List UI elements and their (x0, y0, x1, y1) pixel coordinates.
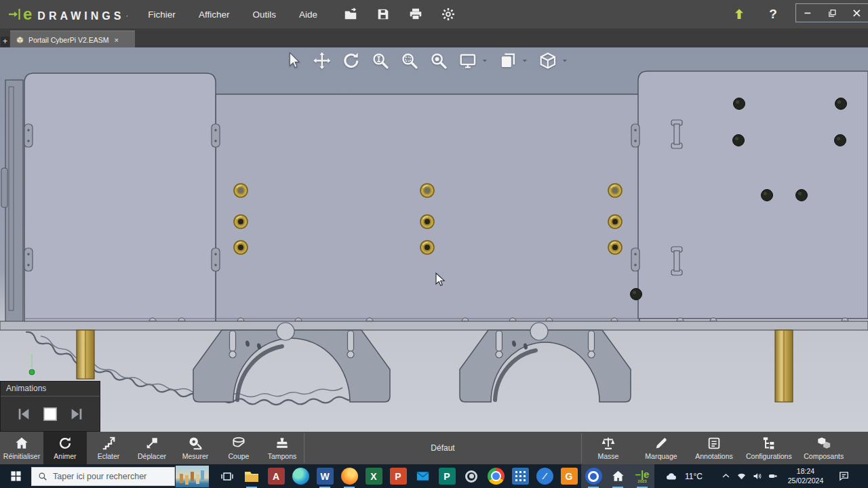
taskbar-app-publisher[interactable]: P (435, 464, 459, 488)
brass-ring-fastener (608, 241, 622, 254)
menu-item-aide[interactable]: Aide (298, 7, 319, 22)
titlebar-actions (342, 5, 457, 23)
usb-device-icon (768, 471, 778, 481)
zoom-area-icon (400, 52, 418, 70)
tool-reinitialiser[interactable]: Réinitialiser (0, 432, 43, 464)
open-file-button[interactable] (342, 5, 359, 23)
taskbar-search-input[interactable]: Taper ici pour rechercher (31, 467, 175, 486)
view-tool-zoom-area[interactable] (399, 50, 419, 70)
screenshot-tool-icon: ⁄ (536, 468, 553, 485)
taskbar-app-task-view[interactable] (215, 464, 239, 488)
start-button[interactable] (0, 464, 31, 488)
document-tab-bar: + Portail CyberPi V2.EASM × (0, 28, 868, 47)
taskbar-clock[interactable]: 18:2425/02/2024 (781, 467, 831, 485)
print-button[interactable] (407, 5, 425, 23)
tray-volume[interactable] (749, 464, 765, 488)
view-tool-pan[interactable] (311, 50, 332, 70)
windows-taskbar: Taper ici pour rechercherAWXPP⁄G–|e20231… (0, 464, 868, 488)
view-tool-stamps[interactable] (497, 50, 517, 70)
tool-coupe[interactable]: Coupe (217, 432, 260, 464)
view-tool-zoom-in-out[interactable] (370, 50, 390, 70)
zoom-in-out-icon (371, 52, 389, 70)
taskbar-app-edrawings-2023[interactable]: –|e2023 (630, 464, 654, 488)
stop-button[interactable] (41, 405, 59, 423)
previous-frame-button[interactable] (16, 407, 31, 422)
new-tab-button[interactable]: + (1, 37, 9, 47)
measure-icon (188, 436, 203, 451)
taskbar-app-access[interactable]: A (264, 464, 288, 488)
weather-widget[interactable]: 11°C (663, 470, 713, 483)
taskbar-app-mail[interactable] (410, 464, 435, 488)
view-tool-stamps-dropdown[interactable] (521, 50, 528, 70)
tray-hidden-icons-chevron[interactable] (718, 464, 734, 488)
tool-marquage[interactable]: Marquage (635, 432, 688, 464)
tool-annotations[interactable]: Annotations (688, 432, 741, 464)
caret-down-icon (561, 58, 568, 64)
tool-label: Eclater (98, 452, 120, 460)
tool-tampons[interactable]: Tampons (260, 432, 304, 464)
view-tool-select[interactable] (282, 50, 302, 70)
powerpoint-icon: P (390, 468, 407, 485)
close-icon (852, 8, 862, 18)
taskbar-app-edge[interactable] (288, 464, 313, 488)
upgrade-button[interactable] (730, 5, 748, 23)
publisher-icon: P (439, 468, 456, 485)
edrawings-logo-arrow-icon (8, 8, 22, 20)
tab-portail-cyberpi[interactable]: Portail CyberPi V2.EASM × (10, 30, 135, 48)
bracket-left-edge (5, 80, 23, 325)
menu-item-afficher[interactable]: Afficher (197, 7, 231, 22)
tool-eclater[interactable]: Eclater (87, 432, 130, 464)
tool-deplacer[interactable]: Déplacer (130, 432, 174, 464)
taskbar-app-security-tool[interactable] (581, 464, 606, 488)
minimize-button[interactable] (800, 6, 815, 20)
menu-item-fichier[interactable]: Fichier (146, 7, 177, 22)
screw-head (734, 98, 745, 110)
taskbar-app-shared-documents[interactable] (606, 464, 630, 488)
view-tool-view-orientation-dropdown[interactable] (561, 50, 568, 70)
view-tool-display-style-dropdown[interactable] (481, 50, 488, 70)
view-tool-view-orientation[interactable] (537, 50, 557, 70)
taskbar-app-cloud-backup[interactable]: G (557, 464, 581, 488)
taskbar-app-screen-recorder[interactable] (459, 464, 484, 488)
screen-recorder-icon (465, 470, 477, 483)
people-icon (512, 468, 529, 485)
panel-notch (631, 248, 639, 271)
menu-item-outils[interactable]: Outils (251, 7, 277, 22)
tray-usb-device[interactable] (765, 464, 781, 488)
configuration-selector[interactable]: Défaut (304, 432, 581, 464)
taskbar-app-people[interactable] (508, 464, 532, 488)
tray-network[interactable] (734, 464, 749, 488)
tool-configurations[interactable]: Configurations (741, 432, 797, 464)
caret-down-icon (481, 58, 488, 64)
save-file-button[interactable] (374, 5, 392, 23)
taskbar-app-word[interactable]: W (313, 464, 337, 488)
help-button[interactable]: ? (764, 5, 782, 23)
tool-animer[interactable]: Animer (43, 432, 87, 464)
taskbar-app-powerpoint[interactable]: P (386, 464, 410, 488)
taskbar-app-screenshot-tool[interactable]: ⁄ (532, 464, 557, 488)
bottom-rail (0, 321, 868, 330)
taskbar-app-excel[interactable]: X (361, 464, 386, 488)
view-tool-display-style[interactable] (457, 50, 477, 70)
view-tool-rotate[interactable] (340, 50, 361, 70)
view-tool-zoom-fit[interactable] (428, 50, 448, 70)
panel-right (638, 71, 868, 319)
tab-close-icon[interactable]: × (114, 36, 118, 44)
screw-head (762, 190, 773, 201)
word-icon: W (317, 468, 334, 485)
cad-model-canvas[interactable] (0, 47, 868, 432)
news-weather-thumbnail[interactable] (176, 466, 209, 487)
taskbar-app-file-explorer[interactable] (239, 464, 264, 488)
tool-mesurer[interactable]: Mesurer (174, 432, 217, 464)
notifications-icon (838, 470, 850, 482)
model-viewport[interactable]: Animations (0, 47, 868, 432)
tool-masse[interactable]: Masse (582, 432, 635, 464)
settings-button[interactable] (439, 5, 457, 23)
next-frame-button[interactable] (69, 407, 84, 422)
close-button[interactable] (849, 6, 864, 20)
taskbar-app-chrome[interactable] (484, 464, 508, 488)
notification-center-button[interactable] (831, 464, 856, 488)
tool-composants[interactable]: Composants (797, 432, 850, 464)
taskbar-app-firefox[interactable] (337, 464, 361, 488)
restore-button[interactable] (825, 6, 840, 20)
